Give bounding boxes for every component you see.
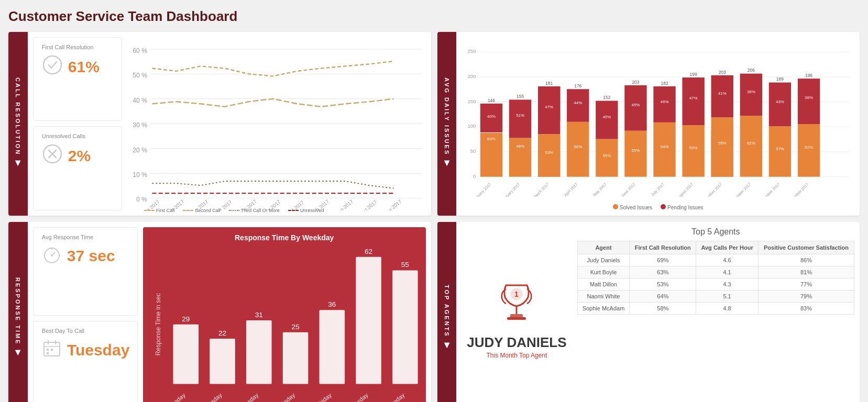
legend-solved: Solved Issues <box>613 204 652 210</box>
svg-text:October 2017: October 2017 <box>732 182 752 197</box>
svg-rect-129 <box>173 324 199 384</box>
svg-text:10 %: 10 % <box>133 171 147 178</box>
svg-text:56%: 56% <box>574 144 583 149</box>
svg-rect-141 <box>392 270 418 384</box>
svg-text:45%: 45% <box>603 115 611 119</box>
best-day-card: Best Day To Call <box>33 321 138 402</box>
svg-rect-95 <box>769 83 791 127</box>
svg-rect-74 <box>654 86 676 122</box>
svg-text:155: 155 <box>517 94 524 99</box>
agents-table-title: Top 5 Agents <box>577 227 854 237</box>
agents-table: Agent First Call Resolution Avg Calls Pe… <box>577 241 854 315</box>
fcr-cell: 63% <box>630 266 696 278</box>
svg-text:43%: 43% <box>776 99 784 104</box>
first-call-label: First Call Resolution <box>42 44 93 50</box>
svg-text:150: 150 <box>468 98 476 104</box>
top-agents-label: TOP AGENTS ► <box>437 222 457 402</box>
fcr-cell: 58% <box>630 302 696 314</box>
timer-icon <box>42 244 62 268</box>
svg-text:38%: 38% <box>747 90 755 94</box>
svg-text:146: 146 <box>488 98 495 103</box>
svg-text:50 %: 50 % <box>133 72 147 79</box>
svg-text:31: 31 <box>255 311 263 319</box>
svg-text:203: 203 <box>719 70 726 75</box>
avg-response-label: Avg Response Time <box>42 234 93 240</box>
calls-per-hour-cell: 5.1 <box>696 290 759 302</box>
svg-rect-89 <box>740 116 762 177</box>
svg-text:54%: 54% <box>661 144 669 149</box>
svg-text:Monday: Monday <box>166 392 186 402</box>
legend-first-call: First Call <box>144 207 175 213</box>
svg-text:199: 199 <box>690 72 697 77</box>
svg-rect-125 <box>47 349 49 351</box>
checkmark-icon <box>42 54 63 79</box>
main-grid: CALL RESOLUTION ► First Call Resolution … <box>8 32 860 402</box>
avg-response-value: 37 sec <box>67 247 115 265</box>
agent-name-cell: Judy Daniels <box>577 254 630 266</box>
agent-name-cell: Sophie McAdam <box>577 302 630 314</box>
response-time-label: RESPONSE TIME ► <box>8 222 28 402</box>
svg-text:46%: 46% <box>661 99 669 104</box>
svg-text:55%: 55% <box>632 148 640 153</box>
svg-text:Sep 2017: Sep 2017 <box>334 198 354 210</box>
svg-rect-99 <box>798 124 820 177</box>
avg-daily-content: 0 50 100 150 200 250 <box>456 32 860 216</box>
svg-text:September 2017: September 2017 <box>699 182 723 197</box>
svg-text:51%: 51% <box>516 113 524 118</box>
svg-point-0 <box>43 56 61 74</box>
svg-text:November 2017: November 2017 <box>758 182 781 197</box>
svg-rect-84 <box>711 117 733 176</box>
svg-text:1: 1 <box>515 290 519 298</box>
top-agent-name: JUDY DANIELS <box>467 335 566 350</box>
first-call-value: 61% <box>68 58 100 76</box>
agent-name-cell: Matt Dillon <box>577 278 630 290</box>
svg-text:January 2017: January 2017 <box>473 182 492 197</box>
svg-rect-126 <box>51 349 53 351</box>
svg-rect-137 <box>319 310 345 384</box>
agents-table-wrap: Top 5 Agents Agent First Call Resolution… <box>577 227 854 402</box>
svg-text:250: 250 <box>468 48 476 54</box>
unresolved-row: 2% <box>42 143 91 168</box>
response-bar-title: Response Time By Weekday <box>149 233 420 242</box>
top-agent-subtitle: This Month Top Agent <box>487 352 547 359</box>
calls-per-hour-cell: 4.3 <box>696 278 759 290</box>
unresolved-calls-card: Unresolved Calls 2% <box>33 126 122 210</box>
calls-per-hour-cell: 4.8 <box>696 302 759 314</box>
svg-text:47%: 47% <box>545 105 554 109</box>
table-row: Judy Daniels 69% 4.6 86% <box>577 254 854 266</box>
calendar-icon <box>42 338 62 362</box>
first-call-row: 61% <box>42 54 100 79</box>
svg-text:April 2017: April 2017 <box>563 182 579 197</box>
call-resolution-arrow: ► <box>13 159 24 170</box>
svg-text:44%: 44% <box>574 100 583 105</box>
svg-text:62%: 62% <box>747 141 755 146</box>
response-time-quadrant: RESPONSE TIME ► Avg Response Time <box>8 222 431 402</box>
avg-daily-issues-quadrant: AVG DAILY ISSUES ► 0 50 100 150 200 250 <box>437 32 860 216</box>
svg-text:40%: 40% <box>487 114 496 119</box>
satisfaction-cell: 81% <box>758 266 854 278</box>
call-resolution-kpis: First Call Resolution 61% Unresolved Cal… <box>33 37 122 210</box>
svg-text:196: 196 <box>805 73 812 78</box>
avg-daily-arrow: ► <box>441 159 452 170</box>
legend-unresolved: Unresolved <box>288 207 324 213</box>
call-resolution-side-label: CALL RESOLUTION <box>15 77 21 155</box>
svg-text:47%: 47% <box>689 96 698 100</box>
svg-text:45%: 45% <box>632 103 640 107</box>
svg-rect-151 <box>507 317 526 320</box>
col-agent: Agent <box>577 241 630 254</box>
svg-rect-100 <box>798 79 820 124</box>
svg-text:176: 176 <box>575 83 582 88</box>
col-fcr: First Call Resolution <box>630 241 696 254</box>
svg-text:30 %: 30 % <box>133 121 147 129</box>
svg-text:152: 152 <box>603 95 611 100</box>
response-time-chart: Response Time By Weekday Response Time i… <box>143 227 426 402</box>
x-circle-icon <box>42 143 63 168</box>
best-day-value: Tuesday <box>67 341 130 359</box>
fcr-cell: 64% <box>630 290 696 302</box>
col-satisfaction: Positive Customer Satisfaction <box>758 241 854 254</box>
svg-rect-79 <box>683 77 705 125</box>
call-resolution-chart: 0 % 10 % 20 % 30 % 40 % 50 % 60 % <box>127 37 426 210</box>
dashboard-title: Customer Service Team Dashboard <box>8 8 860 25</box>
svg-text:0: 0 <box>473 173 476 179</box>
trophy-icon: 1 <box>496 277 537 331</box>
